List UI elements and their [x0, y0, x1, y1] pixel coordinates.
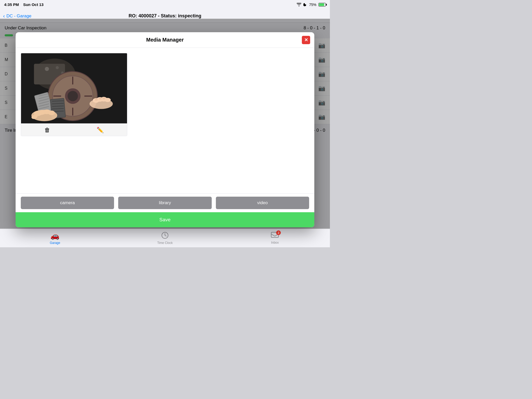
svg-point-3 [45, 67, 49, 71]
back-chevron-icon: ‹ [3, 13, 5, 19]
app-background: ‹ DC - Garage RO: 4000027 - Status: insp… [0, 9, 330, 247]
modal-overlay: Media Manager ✕ [0, 19, 330, 229]
tab-garage-label: Garage [50, 241, 60, 245]
battery-percent: 75% [309, 3, 316, 7]
back-button[interactable]: ‹ DC - Garage [3, 13, 31, 19]
status-time: 4:35 PM Sun Oct 13 [4, 2, 44, 7]
modal-content: 🗑 ✏️ [16, 48, 314, 193]
status-icons: 75% [297, 3, 326, 7]
svg-line-45 [165, 235, 166, 236]
car-icon: 🚗 [50, 231, 59, 240]
svg-point-41 [99, 98, 102, 99]
wifi-icon [297, 3, 301, 6]
battery-icon [318, 3, 326, 6]
nav-title: RO: 4000027 - Status: inspecting [129, 13, 201, 19]
save-button[interactable]: Save [16, 212, 314, 227]
camera-button[interactable]: camera [21, 197, 114, 209]
library-button[interactable]: library [118, 197, 211, 209]
svg-point-9 [68, 91, 78, 101]
tab-timeclock-label: Time Clock [157, 241, 173, 245]
tab-timeclock[interactable]: Time Clock [110, 232, 220, 245]
video-button[interactable]: video [216, 197, 309, 209]
thumbnail-actions: 🗑 ✏️ [21, 123, 127, 136]
modal-title: Media Manager [146, 37, 184, 43]
media-thumbnail: 🗑 ✏️ [21, 53, 127, 136]
inbox-badge-container: 2 [271, 232, 279, 240]
modal-action-buttons: camera library video [16, 193, 314, 212]
status-bar: 4:35 PM Sun Oct 13 75% [0, 0, 330, 9]
svg-point-4 [56, 66, 59, 69]
save-row: Save [16, 212, 314, 227]
edit-button[interactable]: ✏️ [97, 127, 104, 134]
svg-point-40 [95, 99, 98, 101]
delete-button[interactable]: 🗑 [44, 127, 50, 134]
thumbnail-image [21, 53, 127, 123]
clock-icon [161, 232, 169, 240]
tab-inbox-label: Inbox [271, 241, 279, 244]
inbox-badge: 2 [276, 230, 281, 235]
tab-garage[interactable]: 🚗 Garage [0, 231, 110, 245]
brake-image-svg [21, 53, 127, 123]
modal-header: Media Manager ✕ [16, 32, 314, 48]
tab-inbox[interactable]: 2 Inbox [220, 232, 330, 244]
svg-point-42 [102, 98, 105, 99]
modal-close-button[interactable]: ✕ [302, 36, 310, 44]
tab-bar: 🚗 Garage Time Clock [0, 229, 330, 247]
back-label: DC - Garage [6, 14, 31, 19]
media-manager-modal: Media Manager ✕ [16, 32, 314, 227]
moon-icon [303, 3, 307, 6]
svg-point-33 [48, 111, 55, 115]
